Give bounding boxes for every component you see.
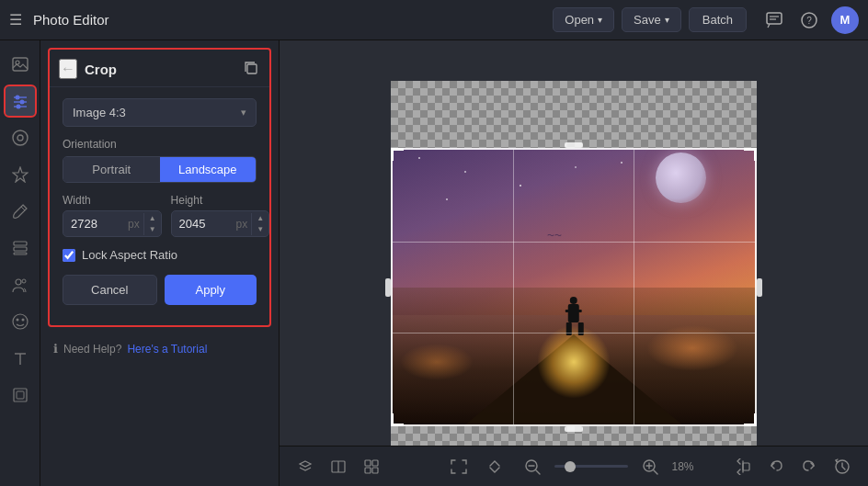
svg-line-16 xyxy=(21,207,25,210)
height-increment-button[interactable]: ▲ xyxy=(252,213,268,224)
height-field: Height px ▲ ▼ xyxy=(171,194,270,237)
svg-rect-5 xyxy=(13,58,28,71)
sidebar-item-sticker[interactable] xyxy=(4,305,37,338)
history-icon[interactable] xyxy=(828,452,857,481)
svg-rect-35 xyxy=(372,468,378,473)
svg-point-23 xyxy=(16,319,18,322)
width-decrement-button[interactable]: ▼ xyxy=(144,224,161,235)
comment-icon[interactable] xyxy=(761,7,787,33)
ratio-selected: Image 4:3 xyxy=(73,106,126,119)
fit-screen-icon[interactable] xyxy=(444,452,474,481)
sidebar-item-brush[interactable] xyxy=(4,195,37,228)
bottom-right-icons xyxy=(728,452,857,481)
svg-rect-0 xyxy=(767,13,782,24)
redo-icon[interactable] xyxy=(794,452,824,481)
bottom-toolbar: 18% xyxy=(280,446,868,486)
action-row: Cancel Apply xyxy=(63,275,257,305)
svg-point-14 xyxy=(17,135,23,141)
save-label: Save xyxy=(634,13,661,27)
canvas-workspace[interactable]: 〜〜 xyxy=(280,40,868,446)
copy-icon[interactable] xyxy=(244,61,258,78)
main-area: ← Crop Image 4:3 ▾ Orientation xyxy=(0,40,868,486)
svg-point-6 xyxy=(16,61,19,64)
zoom-slider[interactable] xyxy=(554,465,628,468)
orientation-label: Orientation xyxy=(63,138,257,151)
svg-rect-17 xyxy=(14,242,27,245)
crop-panel: ← Crop Image 4:3 ▾ Orientation xyxy=(40,40,280,486)
help-link[interactable]: Here's a Tutorial xyxy=(127,343,207,356)
topbar: ☰ Photo Editor Open ▾ Save ▾ Batch ? M xyxy=(0,0,868,40)
landscape-button[interactable]: Landscape xyxy=(160,157,257,182)
topbar-icons: ? M xyxy=(761,6,859,34)
batch-button[interactable]: Batch xyxy=(689,7,747,32)
svg-rect-32 xyxy=(365,460,371,466)
open-button[interactable]: Open ▾ xyxy=(553,7,614,32)
grid-icon[interactable] xyxy=(357,452,386,481)
sidebar-item-text[interactable] xyxy=(4,342,37,375)
svg-rect-18 xyxy=(14,247,27,251)
panel-inner: ← Crop Image 4:3 ▾ Orientation xyxy=(48,48,271,327)
lock-label: Lock Aspect Ratio xyxy=(82,248,177,262)
dropdown-chevron-icon: ▾ xyxy=(241,107,246,119)
height-input-wrap: px ▲ ▼ xyxy=(171,210,270,237)
open-chevron-icon: ▾ xyxy=(598,15,602,25)
svg-point-8 xyxy=(15,96,19,100)
cancel-button[interactable]: Cancel xyxy=(63,275,157,305)
undo-icon[interactable] xyxy=(761,452,791,481)
sidebar-item-layers[interactable] xyxy=(4,232,37,265)
sidebar-item-magic[interactable] xyxy=(4,158,37,191)
zoom-out-icon[interactable] xyxy=(518,452,547,481)
zoom-fit-icon[interactable] xyxy=(481,452,510,481)
zoom-in-icon[interactable] xyxy=(635,452,665,481)
svg-rect-34 xyxy=(365,468,371,473)
ratio-dropdown[interactable]: Image 4:3 ▾ xyxy=(63,98,257,127)
width-field: Width px ▲ ▼ xyxy=(63,194,162,237)
height-input[interactable] xyxy=(172,211,236,236)
height-stepper: ▲ ▼ xyxy=(251,213,268,235)
svg-point-22 xyxy=(13,314,28,329)
width-unit: px xyxy=(128,218,143,231)
svg-point-10 xyxy=(19,100,24,105)
svg-point-12 xyxy=(16,105,20,109)
height-decrement-button[interactable]: ▼ xyxy=(252,224,268,235)
dimensions-row: Width px ▲ ▼ Height xyxy=(63,194,257,237)
lock-row: Lock Aspect Ratio xyxy=(63,248,257,262)
lock-aspect-checkbox[interactable] xyxy=(63,249,75,262)
orientation-section: Orientation Portrait Landscape xyxy=(63,138,257,183)
compare-icon[interactable] xyxy=(324,452,353,481)
svg-rect-29 xyxy=(247,64,257,73)
sidebar-item-image[interactable] xyxy=(4,48,37,81)
sidebar-item-view[interactable] xyxy=(4,121,37,154)
svg-rect-19 xyxy=(14,253,27,254)
back-button[interactable]: ← xyxy=(59,59,77,79)
width-input[interactable] xyxy=(63,211,128,236)
crop-handle-mr[interactable] xyxy=(757,278,762,297)
apply-button[interactable]: Apply xyxy=(165,275,257,305)
help-text: Need Help? xyxy=(63,343,121,356)
width-increment-button[interactable]: ▲ xyxy=(144,213,161,224)
width-stepper: ▲ ▼ xyxy=(143,213,161,235)
portrait-button[interactable]: Portrait xyxy=(63,157,160,182)
svg-rect-27 xyxy=(14,389,27,401)
svg-line-38 xyxy=(536,470,540,474)
sidebar-item-adjustments[interactable] xyxy=(4,85,37,118)
avatar[interactable]: M xyxy=(831,6,859,34)
svg-point-13 xyxy=(13,130,28,145)
app-title: Photo Editor xyxy=(33,12,109,28)
orientation-buttons: Portrait Landscape xyxy=(63,156,257,183)
save-button[interactable]: Save ▾ xyxy=(622,7,681,32)
svg-rect-28 xyxy=(17,391,24,399)
height-label: Height xyxy=(171,194,270,207)
layers-toolbar-icon[interactable] xyxy=(291,452,320,481)
sidebar-item-people[interactable] xyxy=(4,268,37,301)
width-input-wrap: px ▲ ▼ xyxy=(63,210,162,237)
svg-text:?: ? xyxy=(806,16,812,26)
help-icon[interactable]: ? xyxy=(796,7,822,33)
panel-title: Crop xyxy=(85,62,236,77)
menu-icon[interactable]: ☰ xyxy=(9,11,22,28)
help-info-icon: ℹ xyxy=(53,342,58,356)
save-chevron-icon: ▾ xyxy=(665,15,669,25)
canvas-photo: 〜〜 xyxy=(391,148,757,426)
flip-icon[interactable] xyxy=(728,452,758,481)
sidebar-item-frame[interactable] xyxy=(4,379,37,412)
